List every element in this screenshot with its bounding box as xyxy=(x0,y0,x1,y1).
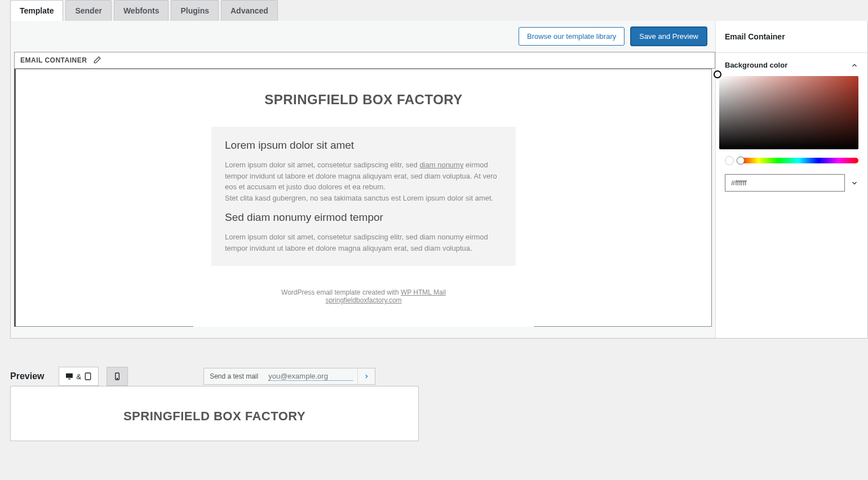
hex-input[interactable] xyxy=(725,174,845,192)
pencil-icon xyxy=(92,56,101,65)
panel-label: Background color xyxy=(725,61,787,69)
preview-frame: SPRINGFIELD BOX FACTORY xyxy=(10,386,419,441)
chevron-down-icon[interactable] xyxy=(851,179,858,187)
email-footer-site-link[interactable]: springfieldboxfactory.com xyxy=(325,296,401,304)
email-heading-2: Sed diam nonumy eirmod tempor xyxy=(225,211,502,224)
saturation-thumb[interactable] xyxy=(714,70,721,78)
svg-rect-0 xyxy=(66,374,73,378)
inspector-sidebar: Email Container Background color xyxy=(715,21,867,338)
panel-background-color[interactable]: Background color xyxy=(716,53,867,73)
send-test-mail: Send a test mail xyxy=(203,368,375,385)
device-tab-mobile[interactable] xyxy=(107,367,128,386)
test-mail-input[interactable] xyxy=(268,372,353,381)
preview-toolbar: Preview & Send a test mail xyxy=(10,367,868,386)
email-paragraph-2: Lorem ipsum dolor sit amet, consetetur s… xyxy=(225,232,502,254)
editor-area: Browse our template library Save and Pre… xyxy=(10,21,868,339)
block-label-text: EMAIL CONTAINER xyxy=(20,56,87,64)
email-footer-plugin-link[interactable]: WP HTML Mail xyxy=(401,288,446,296)
selected-block-label[interactable]: EMAIL CONTAINER xyxy=(14,52,715,69)
save-preview-button[interactable]: Save and Preview xyxy=(630,26,707,46)
color-picker[interactable] xyxy=(716,73,867,149)
chevron-up-icon xyxy=(851,61,858,69)
svg-rect-1 xyxy=(68,379,70,379)
tab-sender[interactable]: Sender xyxy=(65,0,111,21)
test-mail-label: Send a test mail xyxy=(204,372,264,380)
preview-section: Preview & Send a test mail SPRINGFIELD B… xyxy=(10,367,868,441)
hue-slider[interactable] xyxy=(738,158,858,163)
preview-title: Preview xyxy=(10,371,44,381)
editor-toolbar: Browse our template library Save and Pre… xyxy=(11,21,715,52)
hue-thumb[interactable] xyxy=(737,157,745,165)
tab-webfonts[interactable]: Webfonts xyxy=(114,0,169,21)
email-heading-1: Lorem ipsum dolor sit amet xyxy=(225,139,502,152)
mobile-icon xyxy=(113,372,122,381)
svg-point-4 xyxy=(117,378,117,379)
email-template: SPRINGFIELD BOX FACTORY Lorem ipsum dolo… xyxy=(16,69,711,327)
chevron-right-icon xyxy=(364,372,369,380)
tablet-icon xyxy=(83,372,92,381)
tab-advanced[interactable]: Advanced xyxy=(221,0,278,21)
saturation-area[interactable] xyxy=(719,76,858,149)
svg-rect-2 xyxy=(85,373,90,380)
email-link-diam[interactable]: diam nonumy xyxy=(419,161,463,169)
preview-email-header: SPRINGFIELD BOX FACTORY xyxy=(11,409,418,441)
email-footer: WordPress email template created with WP… xyxy=(16,288,711,304)
device-tab-desktop-tablet[interactable]: & xyxy=(59,367,99,386)
email-body: Lorem ipsum dolor sit amet Lorem ipsum d… xyxy=(211,127,516,266)
test-mail-send-button[interactable] xyxy=(357,368,375,384)
tab-plugins[interactable]: Plugins xyxy=(171,0,219,21)
email-canvas[interactable]: SPRINGFIELD BOX FACTORY Lorem ipsum dolo… xyxy=(14,69,712,327)
desktop-icon xyxy=(65,372,74,381)
email-header-title: SPRINGFIELD BOX FACTORY xyxy=(16,92,711,108)
tab-template[interactable]: Template xyxy=(10,0,63,21)
current-color-swatch xyxy=(725,156,734,165)
browse-templates-button[interactable]: Browse our template library xyxy=(519,27,625,46)
email-paragraph-1: Lorem ipsum dolor sit amet, consetetur s… xyxy=(225,159,502,203)
sidebar-title: Email Container xyxy=(716,21,867,53)
settings-tabs: Template Sender Webfonts Plugins Advance… xyxy=(0,0,868,21)
ampersand: & xyxy=(76,372,81,381)
